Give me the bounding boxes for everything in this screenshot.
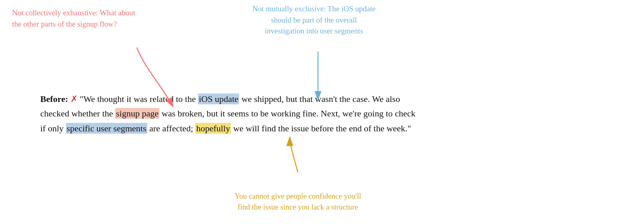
before-label: Before:: [40, 94, 68, 104]
annotation-blue: Not mutually exclusive: The iOS update s…: [225, 3, 402, 37]
annotation-red: Not collectively exhaustive: What about …: [12, 7, 165, 29]
main-text-block: Before: ✗ "We thought it was related to …: [40, 92, 620, 136]
yellow-arrow: [290, 137, 298, 172]
line3-text: if only: [40, 123, 66, 133]
text-end: we will find the issue before the end of…: [231, 123, 411, 133]
text-after-ios: we shipped, but that wasn't the case. We…: [239, 94, 400, 104]
text-after-segments: are affected;: [147, 123, 196, 133]
line2-text: checked whether the: [40, 108, 115, 118]
quote-open: "We thought it was related to the: [80, 94, 198, 104]
ios-update-highlight: iOS update: [198, 93, 239, 104]
text-after-signup: was broken, but it seems to be working f…: [159, 108, 415, 118]
user-segments-highlight: specific user segments: [66, 123, 147, 134]
hopefully-highlight: hopefully: [195, 123, 231, 134]
annotation-yellow: You cannot give people confidence you'll…: [209, 191, 386, 213]
signup-page-highlight: signup page: [115, 108, 159, 119]
cross-mark: ✗: [70, 94, 80, 104]
